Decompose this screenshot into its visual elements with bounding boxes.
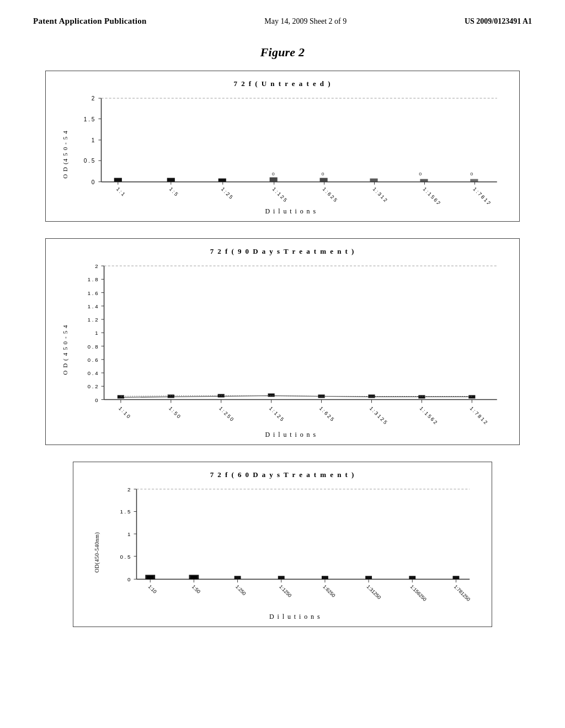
svg-text:2: 2 [95,263,98,269]
svg-text:o: o [470,171,473,176]
svg-text:1:1250: 1:1250 [278,584,292,598]
svg-text:1 : 5: 1 : 5 [168,186,179,197]
chart1-x-label: D i l u t i o n s [73,207,508,216]
svg-rect-31 [218,179,226,182]
svg-text:1 : 7 8 1 2: 1 : 7 8 1 2 [472,186,492,204]
svg-rect-127 [145,575,155,579]
chart1-y-label: O D (4 5 0 - 5 4 [62,130,68,179]
svg-text:1:156250: 1:156250 [409,584,428,602]
svg-text:0: 0 [95,397,98,403]
svg-text:1 : 6 2 5: 1 : 6 2 5 [322,186,338,203]
svg-text:0: 0 [92,179,95,185]
svg-text:1 . 8: 1 . 8 [88,276,98,282]
chart3-wrapper: 7 2 f ( 6 0 D a y s T r e a t m e n t ) … [73,462,492,627]
svg-text:0 . 8: 0 . 8 [88,344,98,350]
svg-rect-85 [268,393,275,397]
chart2-title: 7 2 f ( 9 0 D a y s T r e a t m e n t ) [57,247,508,256]
header-patent-number: US 2009/0123491 A1 [465,17,532,26]
svg-text:1 : 3 1 2: 1 : 3 1 2 [372,186,388,203]
svg-text:1 . 4: 1 . 4 [88,303,98,309]
svg-text:1 : 1: 1 : 1 [115,186,126,197]
svg-rect-83 [168,395,174,398]
svg-text:1 : 1 0: 1 : 1 0 [118,405,131,419]
svg-text:1:6250: 1:6250 [322,584,336,598]
chart1-wrapper: 7 2 f ( U n t r e a t e d ) O D (4 5 0 -… [45,71,520,222]
chart2-x-label: D i l u t i o n s [73,431,508,439]
svg-text:o: o [419,171,422,176]
chart2-svg: 2 1 . 8 1 . 6 1 . 4 1 . 2 1 0 . 8 0 . 6 [73,260,508,427]
svg-text:1: 1 [95,330,98,336]
svg-rect-125 [409,576,415,579]
chart3-x-label: D i l u t i o n s [109,613,481,621]
svg-text:1 . 6: 1 . 6 [88,290,98,296]
svg-text:0 . 5: 0 . 5 [120,554,131,560]
svg-rect-30 [167,178,175,182]
chart1-svg: 2 1 . 5 1 0 . 5 0 [73,93,508,204]
svg-rect-35 [420,179,428,182]
chart3-title: 7 2 f ( 6 0 D a y s T r e a t m e n t ) [84,470,481,479]
chart2-area: O D ( 4 5 0 - 5 4 2 1 . 8 [57,260,508,439]
svg-text:1 : 1 5 6 2: 1 : 1 5 6 2 [422,186,441,204]
svg-text:1 . 5: 1 . 5 [120,509,131,515]
svg-text:1 : 5 0: 1 : 5 0 [168,405,182,419]
page-header: Patent Application Publication May 14, 2… [33,17,532,29]
chart1-y-label-container: O D (4 5 0 - 5 4 [57,93,73,216]
svg-text:0: 0 [127,576,131,582]
svg-text:1 : 2 5: 1 : 2 5 [220,186,234,200]
chart2-wrapper: 7 2 f ( 9 0 D a y s T r e a t m e n t ) … [45,238,520,445]
chart1-inner: 2 1 . 5 1 0 . 5 0 [73,93,508,216]
svg-text:0 . 5: 0 . 5 [84,158,95,164]
chart2-inner: 2 1 . 8 1 . 6 1 . 4 1 . 2 1 0 . 8 0 . 6 [73,260,508,439]
svg-rect-126 [453,576,460,579]
svg-text:1: 1 [92,137,95,143]
svg-text:1: 1 [127,531,131,537]
svg-text:1:781250: 1:781250 [453,584,471,602]
svg-rect-29 [114,178,122,182]
header-date-sheet: May 14, 2009 Sheet 2 of 9 [264,17,347,26]
chart3-y-label-container: OD(450-540nm) [84,484,109,621]
svg-text:1:50: 1:50 [191,584,201,595]
svg-rect-33 [320,178,328,182]
svg-text:1 . 2: 1 . 2 [88,317,98,323]
svg-rect-124 [365,576,372,579]
svg-text:2: 2 [127,486,131,493]
figure-title: Figure 2 [33,45,532,60]
svg-text:o: o [322,171,324,176]
svg-text:1 : 1 2 5: 1 : 1 2 5 [268,405,285,422]
svg-rect-88 [418,395,425,399]
svg-text:1 : 1 2 5: 1 : 1 2 5 [271,186,288,203]
svg-rect-89 [468,395,475,399]
svg-rect-82 [118,395,124,399]
svg-text:0 . 4: 0 . 4 [88,370,98,376]
chart2-y-label-container: O D ( 4 5 0 - 5 4 [57,260,73,439]
svg-text:1 : 2 5 0: 1 : 2 5 0 [218,405,234,422]
chart3-y-label: OD(450-540nm) [94,532,100,573]
svg-text:2: 2 [92,95,95,101]
svg-rect-128 [189,575,199,579]
page-container: Patent Application Publication May 14, 2… [0,0,565,728]
svg-text:0 . 6: 0 . 6 [88,357,98,363]
chart3-svg: 2 1 . 5 1 0 . 5 0 [109,484,481,609]
svg-rect-36 [470,179,478,182]
svg-text:o: o [272,171,275,176]
svg-text:0 . 2: 0 . 2 [88,383,98,389]
svg-rect-122 [278,576,285,579]
svg-text:1 : 6 2 5: 1 : 6 2 5 [318,405,335,422]
chart1-title: 7 2 f ( U n t r e a t e d ) [57,79,508,88]
svg-rect-121 [234,576,241,579]
svg-text:1 : 3 1 2 5: 1 : 3 1 2 5 [369,405,388,425]
chart1-area: O D (4 5 0 - 5 4 2 1 . 5 [57,93,508,216]
svg-text:1:10: 1:10 [147,584,158,595]
chart3-area: OD(450-540nm) 2 1 . 5 1 [84,484,481,621]
header-publication-label: Patent Application Publication [33,17,147,26]
svg-rect-34 [370,179,377,182]
chart3-inner: 2 1 . 5 1 0 . 5 0 [109,484,481,621]
svg-text:1 : 7 8 1 2: 1 : 7 8 1 2 [469,405,489,425]
svg-text:1 : 1 5 6 2: 1 : 1 5 6 2 [419,405,439,425]
svg-rect-32 [270,178,278,182]
chart2-y-label: O D ( 4 5 0 - 5 4 [62,324,68,374]
svg-text:1 . 5: 1 . 5 [84,116,95,122]
svg-text:1:31250: 1:31250 [365,584,382,601]
svg-text:1:250: 1:250 [234,584,247,597]
svg-rect-123 [322,576,328,579]
